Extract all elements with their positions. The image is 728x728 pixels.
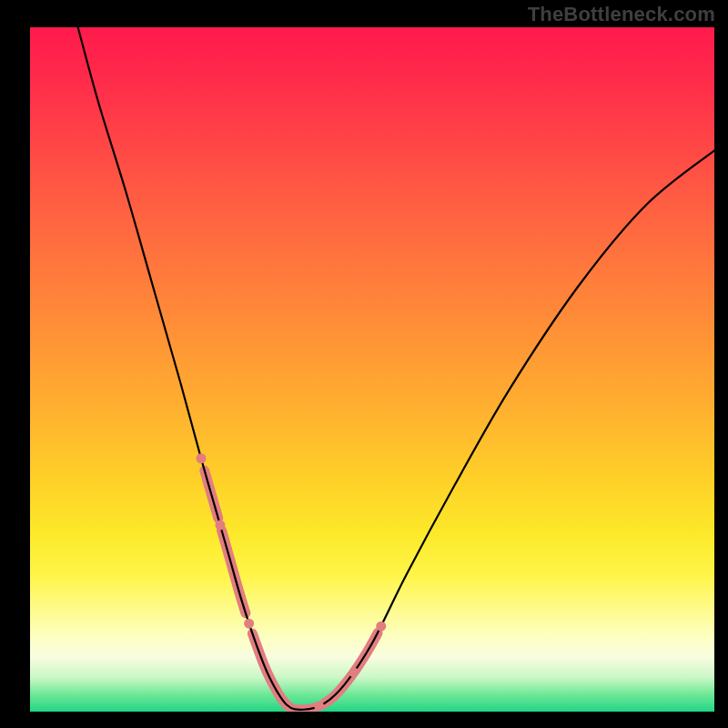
chart-frame: TheBottleneck.com — [0, 0, 728, 728]
bottleneck-curve — [78, 27, 714, 710]
highlight-dot — [314, 701, 324, 711]
curve-dot-group — [197, 453, 387, 711]
watermark-text: TheBottleneck.com — [528, 3, 715, 26]
highlight-dot — [349, 667, 359, 677]
highlight-dot — [244, 619, 254, 629]
highlight-dot — [215, 521, 225, 531]
highlight-dot — [376, 622, 386, 632]
curve-layer — [30, 27, 714, 712]
highlight-dot — [197, 453, 207, 463]
highlight-band — [252, 633, 313, 710]
plot-area — [30, 27, 714, 712]
